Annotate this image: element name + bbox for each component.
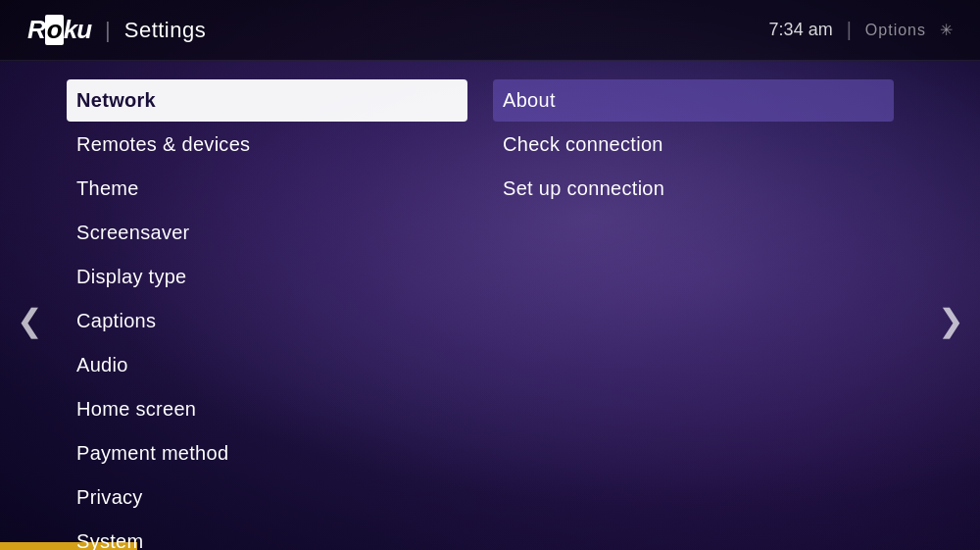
menu-item-theme[interactable]: Theme (67, 168, 467, 210)
nav-arrow-left[interactable]: ❮ (0, 61, 59, 550)
options-label[interactable]: Options (865, 22, 926, 39)
roku-logo: Roku (27, 15, 91, 45)
menu-item-home-screen[interactable]: Home screen (67, 388, 467, 430)
menu-item-payment[interactable]: Payment method (67, 432, 467, 475)
tv-frame: Roku | Settings 7:34 am | Options ✳ ❮ Ne… (0, 0, 980, 550)
menu-item-display-type[interactable]: Display type (67, 256, 467, 298)
header-right: 7:34 am | Options ✳ (769, 19, 953, 41)
menu-item-audio[interactable]: Audio (67, 344, 467, 386)
menu-item-network[interactable]: Network (67, 79, 467, 122)
header: Roku | Settings 7:34 am | Options ✳ (0, 0, 980, 61)
left-menu-panel: Network Remotes & devices Theme Screensa… (59, 61, 475, 550)
header-left: Roku | Settings (27, 15, 206, 45)
page-title: Settings (124, 18, 207, 43)
submenu-item-about[interactable]: About (493, 79, 894, 122)
right-menu-panel: About Check connection Set up connection (475, 61, 921, 550)
menu-item-privacy[interactable]: Privacy (67, 476, 467, 519)
options-icon[interactable]: ✳ (940, 21, 953, 39)
clock-display: 7:34 am (769, 20, 833, 40)
main-content: ❮ Network Remotes & devices Theme Screen… (0, 61, 980, 550)
menu-item-remotes[interactable]: Remotes & devices (67, 124, 467, 166)
menu-item-screensaver[interactable]: Screensaver (67, 212, 467, 254)
header-logo-divider: | (105, 18, 111, 43)
menu-item-captions[interactable]: Captions (67, 300, 467, 342)
nav-arrow-right[interactable]: ❯ (921, 61, 980, 550)
menu-item-system[interactable]: System (67, 521, 467, 550)
submenu-item-setup-connection[interactable]: Set up connection (493, 168, 894, 210)
header-right-divider: | (847, 19, 852, 41)
submenu-item-check-connection[interactable]: Check connection (493, 124, 894, 166)
